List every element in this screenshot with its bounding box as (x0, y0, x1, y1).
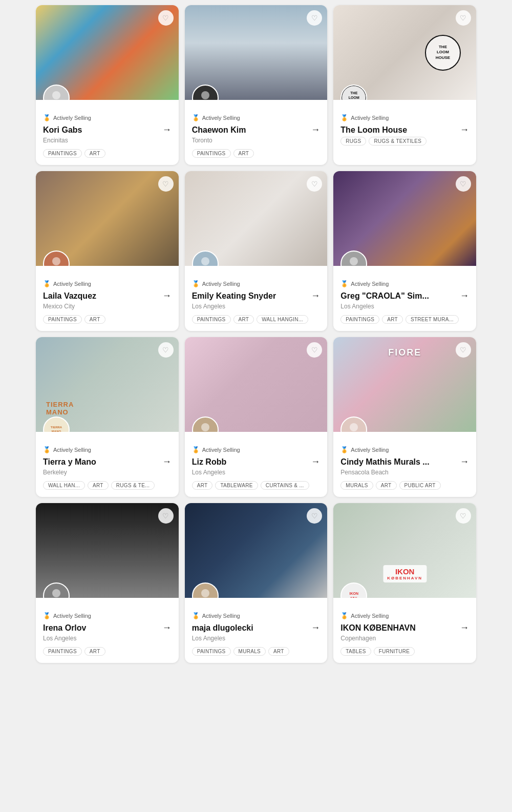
status-text-greg-craola-sim: Actively Selling (351, 281, 389, 287)
favorite-btn-ikon-kobenhavn[interactable]: ♡ (456, 508, 471, 524)
favorite-btn-kori-gabs[interactable]: ♡ (158, 10, 174, 26)
favorite-btn-laila-vazquez[interactable]: ♡ (158, 176, 174, 192)
svg-point-4 (52, 257, 60, 265)
card-emily-keating-snyder[interactable]: ♡🏅Actively SellingEmily Keating Snyder→L… (185, 171, 328, 331)
status-icon: 🏅 (340, 114, 348, 121)
status-icon: 🏅 (340, 280, 348, 287)
card-body-cindy-mathis-murals: 🏅Actively SellingCindy Mathis Murals ...… (333, 432, 476, 497)
status-line-the-loom-house: 🏅Actively Selling (340, 114, 469, 121)
card-body-greg-craola-sim: 🏅Actively SellingGreg "CRAOLA" Sim...→Lo… (333, 266, 476, 331)
status-line-emily-keating-snyder: 🏅Actively Selling (192, 280, 321, 287)
status-text-chaewon-kim: Actively Selling (202, 115, 240, 121)
seller-name-liz-robb: Liz Robb (192, 457, 227, 467)
status-text-the-loom-house: Actively Selling (351, 115, 389, 121)
card-body-the-loom-house: 🏅Actively SellingThe Loom House→RUGSRUGS… (333, 100, 476, 153)
favorite-btn-cindy-mathis-murals[interactable]: ♡ (456, 342, 471, 358)
tag-item: PAINTINGS (43, 647, 82, 656)
status-line-cindy-mathis-murals: 🏅Actively Selling (340, 446, 469, 453)
card-laila-vazquez[interactable]: ♡🏅Actively SellingLaila Vazquez→Mexico C… (36, 171, 179, 331)
location-tierra-y-mano: Berkeley (43, 469, 172, 476)
card-the-loom-house[interactable]: THELOOMHOUSE♡THELOOMHOUSE🏅Actively Selli… (333, 5, 476, 165)
card-body-ikon-kobenhavn: 🏅Actively SellingIKON KØBENHAVN→Copenhag… (333, 598, 476, 663)
svg-point-0 (52, 91, 60, 99)
tags-emily-keating-snyder: PAINTINGSARTWALL HANGIN... (192, 315, 321, 324)
card-image-irena-orlov: ♡ (36, 503, 179, 598)
status-text-tierra-y-mano: Actively Selling (53, 447, 91, 453)
card-irena-orlov[interactable]: ♡🏅Actively SellingIrena Orlov→Los Angele… (36, 503, 179, 663)
tag-item: PAINTINGS (192, 315, 231, 324)
location-maja-dlugolecki: Los Angeles (192, 635, 321, 642)
tags-maja-dlugolecki: PAINTINGSMURALSART (192, 647, 321, 656)
tag-item: PAINTINGS (340, 315, 379, 324)
status-icon: 🏅 (192, 446, 200, 453)
go-btn-kori-gabs[interactable]: → (162, 124, 172, 135)
svg-point-12 (350, 423, 358, 431)
artist-grid: ♡🏅Actively SellingKori Gabs→EncinitasPAI… (36, 5, 476, 663)
svg-point-16 (201, 589, 209, 597)
status-text-liz-robb: Actively Selling (202, 447, 240, 453)
favorite-btn-the-loom-house[interactable]: ♡ (456, 10, 471, 26)
card-body-emily-keating-snyder: 🏅Actively SellingEmily Keating Snyder→Lo… (185, 266, 328, 331)
location-kori-gabs: Encinitas (43, 137, 172, 144)
seller-name-chaewon-kim: Chaewon Kim (192, 126, 246, 135)
tag-item: ART (376, 481, 397, 490)
go-btn-emily-keating-snyder[interactable]: → (311, 290, 320, 301)
favorite-btn-irena-orlov[interactable]: ♡ (158, 508, 174, 524)
name-row-maja-dlugolecki: maja dlugolecki→ (192, 622, 321, 633)
status-line-irena-orlov: 🏅Actively Selling (43, 612, 172, 619)
card-ikon-kobenhavn[interactable]: IKONKØBENHAVN♡IKONKBH🏅Actively SellingIK… (333, 503, 476, 663)
favorite-btn-tierra-y-mano[interactable]: ♡ (158, 342, 174, 358)
card-maja-dlugolecki[interactable]: ♡🏅Actively Sellingmaja dlugolecki→Los An… (185, 503, 328, 663)
card-image-cindy-mathis-murals: FIORE♡ (333, 337, 476, 432)
tag-item: RUGS & TEXTILES (369, 137, 426, 145)
card-image-liz-robb: ♡ (185, 337, 328, 432)
status-line-kori-gabs: 🏅Actively Selling (43, 114, 172, 121)
card-body-irena-orlov: 🏅Actively SellingIrena Orlov→Los Angeles… (36, 598, 179, 663)
favorite-btn-greg-craola-sim[interactable]: ♡ (456, 176, 471, 192)
go-btn-ikon-kobenhavn[interactable]: → (460, 622, 469, 633)
card-image-laila-vazquez: ♡ (36, 171, 179, 266)
go-btn-chaewon-kim[interactable]: → (311, 124, 320, 135)
tag-item: PAINTINGS (43, 149, 82, 158)
go-btn-cindy-mathis-murals[interactable]: → (460, 456, 469, 467)
seller-name-cindy-mathis-murals: Cindy Mathis Murals ... (340, 457, 429, 467)
tags-tierra-y-mano: WALL HAN...ARTRUGS & TE... (43, 481, 172, 490)
status-text-ikon-kobenhavn: Actively Selling (351, 613, 389, 619)
tag-item: ART (382, 315, 403, 324)
go-btn-laila-vazquez[interactable]: → (162, 290, 172, 301)
location-cindy-mathis-murals: Pensacola Beach (340, 469, 469, 476)
svg-point-8 (350, 257, 358, 265)
svg-point-2 (201, 91, 209, 99)
status-line-laila-vazquez: 🏅Actively Selling (43, 280, 172, 287)
location-chaewon-kim: Toronto (192, 137, 321, 144)
go-btn-the-loom-house[interactable]: → (460, 124, 469, 135)
card-chaewon-kim[interactable]: ♡🏅Actively SellingChaewon Kim→TorontoPAI… (185, 5, 328, 165)
card-greg-craola-sim[interactable]: ♡🏅Actively SellingGreg "CRAOLA" Sim...→L… (333, 171, 476, 331)
card-cindy-mathis-murals[interactable]: FIORE♡🏅Actively SellingCindy Mathis Mura… (333, 337, 476, 497)
tag-item: PUBLIC ART (399, 481, 441, 490)
go-btn-greg-craola-sim[interactable]: → (460, 290, 469, 301)
go-btn-tierra-y-mano[interactable]: → (162, 456, 172, 467)
status-text-kori-gabs: Actively Selling (53, 115, 91, 121)
tag-item: PAINTINGS (43, 315, 82, 324)
card-liz-robb[interactable]: ♡🏅Actively SellingLiz Robb→Los AngelesAR… (185, 337, 328, 497)
card-tierra-y-mano[interactable]: TIERRAMANO♡TIERRAMANO🏅Actively SellingTi… (36, 337, 179, 497)
card-kori-gabs[interactable]: ♡🏅Actively SellingKori Gabs→EncinitasPAI… (36, 5, 179, 165)
name-row-cindy-mathis-murals: Cindy Mathis Murals ...→ (340, 456, 469, 467)
seller-name-emily-keating-snyder: Emily Keating Snyder (192, 292, 276, 301)
name-row-kori-gabs: Kori Gabs→ (43, 124, 172, 135)
location-laila-vazquez: Mexico City (43, 303, 172, 310)
status-icon: 🏅 (43, 446, 51, 453)
tags-the-loom-house: RUGSRUGS & TEXTILES (340, 137, 469, 145)
go-btn-irena-orlov[interactable]: → (162, 622, 172, 633)
go-btn-maja-dlugolecki[interactable]: → (311, 622, 320, 633)
tag-item: MURALS (340, 481, 373, 490)
tag-item: ART (233, 149, 254, 158)
status-text-cindy-mathis-murals: Actively Selling (351, 447, 389, 453)
name-row-laila-vazquez: Laila Vazquez→ (43, 290, 172, 301)
seller-name-ikon-kobenhavn: IKON KØBENHAVN (340, 623, 415, 633)
go-btn-liz-robb[interactable]: → (311, 456, 320, 467)
tag-item: PAINTINGS (192, 149, 231, 158)
card-body-laila-vazquez: 🏅Actively SellingLaila Vazquez→Mexico Ci… (36, 266, 179, 331)
status-icon: 🏅 (43, 114, 51, 121)
